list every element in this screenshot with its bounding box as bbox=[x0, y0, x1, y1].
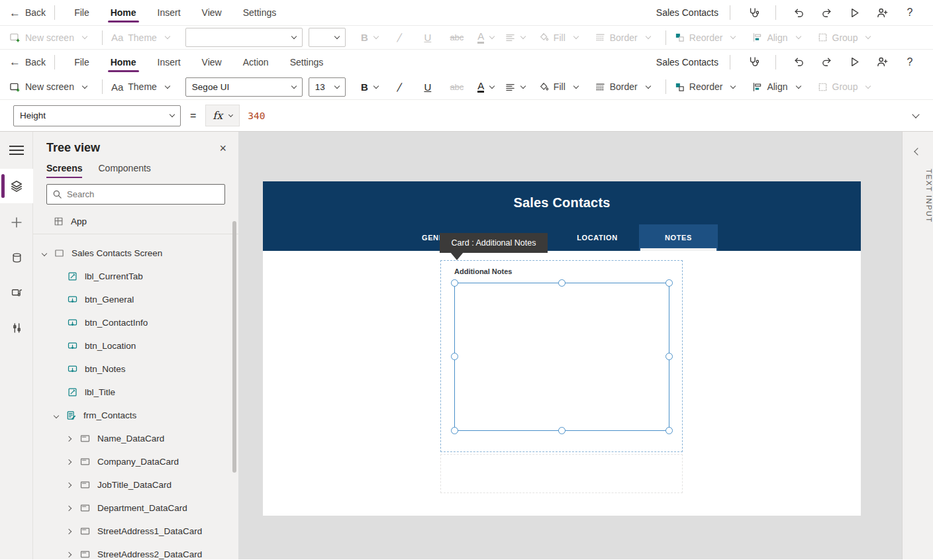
italic-button[interactable]: / bbox=[384, 31, 413, 44]
fill-button[interactable]: Fill bbox=[539, 32, 578, 43]
tree-item-button-control[interactable]: btn_Location bbox=[33, 334, 238, 357]
additional-notes-datacard[interactable]: Additional Notes bbox=[440, 260, 683, 452]
app-canvas[interactable]: Sales Contacts GENERAL CONTACT INFO LOCA… bbox=[263, 181, 861, 516]
rail-advanced-tools-button[interactable] bbox=[0, 312, 33, 343]
redo-button[interactable] bbox=[812, 3, 840, 23]
text-align-button[interactable] bbox=[501, 32, 530, 42]
tree-item-datacard[interactable]: Company_DataCard bbox=[33, 450, 238, 473]
tree-item-label-control[interactable]: lbl_Title bbox=[33, 381, 238, 404]
theme-button[interactable]: Aa Theme bbox=[111, 32, 170, 43]
underline-button[interactable]: U bbox=[413, 81, 442, 93]
group-button[interactable]: Group bbox=[818, 81, 871, 92]
share-button[interactable] bbox=[868, 3, 896, 23]
help-button[interactable]: ? bbox=[896, 52, 924, 72]
tree-item-datacard[interactable]: StreetAddress2_DataCard bbox=[33, 543, 238, 560]
tree-item-datacard[interactable]: Name_DataCard bbox=[33, 427, 238, 450]
tree-item-button-control[interactable]: btn_Notes bbox=[33, 357, 238, 381]
menu-settings[interactable]: Settings bbox=[242, 1, 278, 24]
menu-home[interactable]: Home bbox=[109, 1, 138, 24]
tree-item-datacard[interactable]: JobTitle_DataCard bbox=[33, 473, 238, 496]
formula-expand-button[interactable] bbox=[904, 114, 924, 117]
rail-data-button[interactable] bbox=[0, 242, 33, 273]
resize-handle-w[interactable] bbox=[451, 353, 458, 360]
chevron-down-icon[interactable] bbox=[42, 250, 47, 256]
menu-action[interactable]: Action bbox=[242, 51, 270, 73]
expand-panel-button[interactable] bbox=[903, 132, 933, 154]
tree-item-button-control[interactable]: btn_General bbox=[33, 288, 238, 311]
font-family-select[interactable]: Segoe UI bbox=[185, 77, 303, 97]
resize-handle-se[interactable] bbox=[665, 427, 673, 434]
tree-item-datacard[interactable]: Department_DataCard bbox=[33, 496, 238, 520]
close-icon[interactable]: × bbox=[219, 142, 226, 154]
menu-insert[interactable]: Insert bbox=[156, 1, 182, 24]
search-input[interactable] bbox=[67, 189, 219, 199]
hamburger-menu-button[interactable] bbox=[0, 137, 33, 163]
new-screen-button[interactable]: New screen bbox=[9, 32, 87, 43]
align-button[interactable]: Align bbox=[752, 81, 800, 92]
bold-button[interactable]: B bbox=[355, 32, 384, 43]
menu-settings[interactable]: Settings bbox=[289, 51, 325, 73]
tab-notes[interactable]: NOTES bbox=[639, 224, 718, 251]
rail-tree-view-button[interactable] bbox=[0, 169, 33, 203]
reorder-button[interactable]: Reorder bbox=[675, 81, 736, 92]
text-align-button[interactable] bbox=[501, 82, 530, 92]
menu-view[interactable]: View bbox=[201, 1, 223, 24]
scrollbar[interactable] bbox=[232, 221, 236, 473]
chevron-right-icon[interactable] bbox=[66, 528, 72, 534]
strikethrough-button[interactable]: abc bbox=[442, 32, 471, 42]
strikethrough-button[interactable]: abc bbox=[442, 82, 471, 92]
tab-components[interactable]: Components bbox=[98, 163, 150, 178]
font-size-select[interactable] bbox=[309, 28, 346, 47]
undo-button[interactable] bbox=[785, 3, 812, 23]
tree-item-button-control[interactable]: btn_ContactInfo bbox=[33, 311, 238, 334]
rail-media-button[interactable] bbox=[0, 277, 33, 308]
property-select[interactable]: Height bbox=[13, 105, 181, 126]
chevron-right-icon[interactable] bbox=[66, 505, 72, 510]
resize-handle-ne[interactable] bbox=[665, 279, 673, 287]
rail-insert-button[interactable] bbox=[0, 207, 33, 238]
chevron-right-icon[interactable] bbox=[66, 436, 72, 441]
formula-input[interactable] bbox=[240, 105, 904, 126]
menu-file[interactable]: File bbox=[73, 51, 91, 73]
group-button[interactable]: Group bbox=[818, 32, 871, 43]
resize-handle-nw[interactable] bbox=[451, 279, 458, 287]
tree-item-label-control[interactable]: lbl_CurrentTab bbox=[33, 265, 238, 288]
font-color-button[interactable]: A bbox=[471, 81, 501, 93]
italic-button[interactable]: / bbox=[384, 81, 413, 93]
border-button[interactable]: Border bbox=[595, 81, 650, 92]
font-color-button[interactable]: A bbox=[471, 31, 501, 44]
preview-button[interactable] bbox=[840, 3, 868, 23]
chevron-down-icon[interactable] bbox=[54, 412, 59, 418]
new-screen-button[interactable]: New screen bbox=[9, 81, 87, 93]
back-button[interactable]: ← Back bbox=[9, 56, 46, 68]
chevron-right-icon[interactable] bbox=[66, 459, 72, 464]
tab-location[interactable]: LOCATION bbox=[558, 224, 637, 251]
share-button[interactable] bbox=[868, 52, 896, 72]
back-button[interactable]: ← Back bbox=[9, 7, 46, 19]
menu-file[interactable]: File bbox=[73, 1, 91, 24]
resize-handle-sw[interactable] bbox=[451, 427, 458, 434]
app-checker-button[interactable] bbox=[739, 3, 767, 23]
fill-button[interactable]: Fill bbox=[539, 81, 578, 92]
text-input-control-selected[interactable] bbox=[454, 283, 669, 431]
redo-button[interactable] bbox=[812, 52, 840, 72]
tree-item-screen[interactable]: Sales Contacts Screen bbox=[33, 242, 238, 265]
resize-handle-e[interactable] bbox=[665, 353, 673, 360]
help-button[interactable]: ? bbox=[896, 3, 924, 23]
tree-item-datacard[interactable]: StreetAddress1_DataCard bbox=[33, 520, 238, 543]
chevron-right-icon[interactable] bbox=[66, 551, 72, 557]
preview-button[interactable] bbox=[840, 52, 868, 72]
font-size-select[interactable]: 13 bbox=[309, 77, 346, 97]
border-button[interactable]: Border bbox=[595, 32, 650, 43]
menu-home[interactable]: Home bbox=[109, 51, 138, 73]
tab-screens[interactable]: Screens bbox=[46, 163, 82, 178]
reorder-button[interactable]: Reorder bbox=[675, 32, 736, 43]
undo-button[interactable] bbox=[785, 52, 812, 72]
resize-handle-n[interactable] bbox=[558, 279, 565, 287]
align-button[interactable]: Align bbox=[752, 32, 800, 43]
menu-view[interactable]: View bbox=[201, 51, 223, 73]
app-checker-button[interactable] bbox=[739, 52, 767, 72]
underline-button[interactable]: U bbox=[413, 32, 442, 43]
fx-button[interactable]: fx bbox=[205, 105, 240, 126]
menu-insert[interactable]: Insert bbox=[156, 51, 182, 73]
